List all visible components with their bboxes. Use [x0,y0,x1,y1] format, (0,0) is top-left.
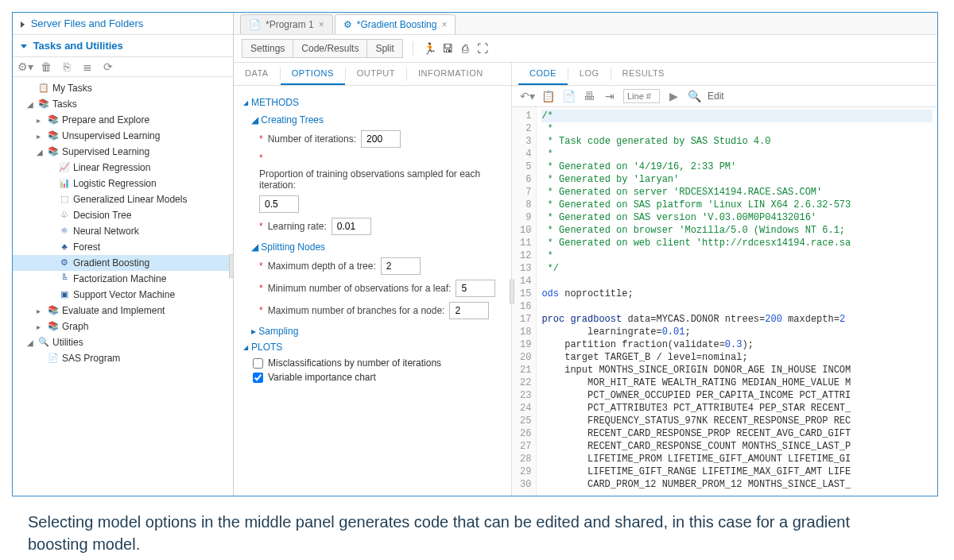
delete-icon[interactable]: 🗑 [40,60,52,73]
edit-label[interactable]: Edit [708,91,724,102]
document-tab[interactable]: ⚙*Gradient Boosting× [335,14,456,34]
field-learning-rate: * Learning rate: [259,218,502,235]
num-iterations-input[interactable] [361,130,401,148]
panel-tab-options[interactable]: OPTIONS [281,63,345,85]
tree-item[interactable]: 📈Linear Regression [13,160,233,176]
subsection-splitting-nodes[interactable]: ◢ Splitting Nodes [251,241,502,253]
field-label: Maximum number of branches for a node: [268,305,445,316]
required-indicator: * [259,133,263,145]
tree-item[interactable]: ◢📚Tasks [13,96,233,112]
save-icon[interactable]: 🖫 [440,41,455,56]
checkbox-variable-importance: Variable importance chart [253,372,502,383]
export-icon[interactable]: ⎙ [458,41,472,56]
tree-item[interactable]: ⬚Generalized Linear Models [13,191,233,207]
open-icon[interactable]: ⎘ [60,60,73,73]
options-panel: DATAOPTIONSOUTPUTINFORMATION METHODS ◢ C… [234,63,512,496]
document-tab[interactable]: 📄*Program 1× [240,14,333,34]
prop-training-input[interactable] [259,195,299,213]
code-results-button[interactable]: Code/Results [293,39,366,58]
min-obs-input[interactable] [456,280,495,297]
misclassifications-checkbox[interactable] [253,358,263,369]
sidebar-section-label: Tasks and Utilities [33,40,123,52]
refresh-icon[interactable]: ⟳ [102,60,114,73]
go-icon[interactable]: ▶ [666,89,681,103]
options-panel-tabs: DATAOPTIONSOUTPUTINFORMATION [234,63,511,86]
list-icon[interactable]: ≣ [81,60,94,73]
max-depth-input[interactable] [381,257,421,275]
clipboard-icon[interactable]: 📄 [561,89,576,103]
tree-item[interactable]: ♣Forest [13,239,233,255]
panel-tab-output[interactable]: OUTPUT [346,63,406,85]
tree-item[interactable]: ♧Decision Tree [13,207,233,223]
options-body: METHODS ◢ Creating Trees * Number of ite… [234,86,511,496]
field-label: Maximum depth of a tree: [268,261,376,272]
tree-item[interactable]: ▸📚Graph [13,319,233,334]
panel-tab-data[interactable]: DATA [234,63,280,85]
expand-icon[interactable]: ⛶ [475,41,490,56]
checkbox-label: Misclassifications by number of iteratio… [268,357,441,369]
max-branches-input[interactable] [449,302,489,319]
chevron-down-icon [21,44,27,48]
undo-icon[interactable]: ↶▾ [520,89,534,103]
sidebar: Server Files and Folders Tasks and Utili… [13,13,234,496]
panel-tab-information[interactable]: INFORMATION [407,63,494,85]
close-icon[interactable]: × [441,19,447,30]
field-label: Proportion of training observations samp… [259,168,502,191]
field-label: Minimum number of observations for a lea… [268,283,452,294]
subsection-sampling[interactable]: ▸ Sampling [251,326,502,337]
sidebar-section-files[interactable]: Server Files and Folders [13,13,233,35]
split-button[interactable]: Split [366,39,402,58]
code-editor[interactable]: 1234567891011121314151617181920212223242… [512,107,937,496]
code-tab-log[interactable]: LOG [568,63,611,85]
required-indicator: * [259,261,263,272]
tree-item[interactable]: ▸📚Prepare and Explore [13,112,233,128]
middle-resize-handle[interactable] [510,280,514,303]
section-plots[interactable]: PLOTS [243,342,502,353]
tree-item[interactable]: 📋My Tasks [13,80,233,96]
code-tab-results[interactable]: RESULTS [611,63,676,85]
section-methods[interactable]: METHODS [243,97,502,108]
checkbox-misclassifications: Misclassifications by number of iteratio… [253,357,502,369]
close-icon[interactable]: × [319,19,324,30]
subsection-creating-trees[interactable]: ◢ Creating Trees [251,114,502,126]
figure-caption: Selecting model options in the middle pa… [12,496,886,555]
field-min-obs: * Minimum number of observations for a l… [259,280,502,297]
required-indicator: * [259,283,263,294]
run-icon[interactable]: 🏃 [423,41,437,56]
sidebar-section-tasks[interactable]: Tasks and Utilities [13,35,233,57]
tree-item[interactable]: ╚Factorization Machine [13,271,233,287]
tree-item[interactable]: 📄SAS Program [13,350,233,366]
indent-icon[interactable]: ⇥ [603,89,617,103]
panels: DATAOPTIONSOUTPUTINFORMATION METHODS ◢ C… [234,63,937,496]
field-prop-training: * Proportion of training observations sa… [259,153,502,213]
field-label: Learning rate: [268,221,327,232]
code-panel-tabs: CODELOGRESULTS [512,63,937,86]
line-number-input[interactable] [623,89,660,103]
settings-dropdown-icon[interactable]: ⚙▾ [19,60,32,73]
variable-importance-checkbox[interactable] [253,373,263,383]
settings-button[interactable]: Settings [242,39,293,58]
tree-item[interactable]: ▣Support Vector Machine [13,287,233,303]
print-icon[interactable]: 🖶 [582,89,596,103]
tree-item[interactable]: ⚙Gradient Boosting [13,255,233,271]
tree-item[interactable]: ▸📚Evaluate and Implement [13,303,233,319]
find-icon[interactable]: 🔍 [687,89,701,103]
document-tabs: 📄*Program 1×⚙*Gradient Boosting× [234,13,937,35]
field-max-branches: * Maximum number of branches for a node: [259,302,502,319]
sidebar-toolbar: ⚙▾ 🗑 ⎘ ≣ ⟳ [13,57,233,77]
required-indicator: * [259,221,263,232]
field-label: Number of iterations: [268,133,356,145]
code-tab-code[interactable]: CODE [518,63,568,85]
tree-item[interactable]: ▸📚Unsupervised Learning [13,128,233,144]
copy-icon[interactable]: 📋 [541,89,555,103]
tree-item[interactable]: ◢🔍Utilities [13,334,233,350]
learning-rate-input[interactable] [332,218,371,235]
sidebar-section-label: Server Files and Folders [31,17,144,29]
tree-item[interactable]: 📊Logistic Regression [13,176,233,191]
code-panel: CODELOGRESULTS ↶▾ 📋 📄 🖶 ⇥ ▶ 🔍 Edit 12345… [512,63,937,496]
app-window: Server Files and Folders Tasks and Utili… [12,12,938,496]
line-gutter: 1234567891011121314151617181920212223242… [512,107,537,496]
required-indicator: * [259,153,263,164]
tree-item[interactable]: ⚛Neural Network [13,223,233,239]
tree-item[interactable]: ◢📚Supervised Learning [13,144,233,160]
